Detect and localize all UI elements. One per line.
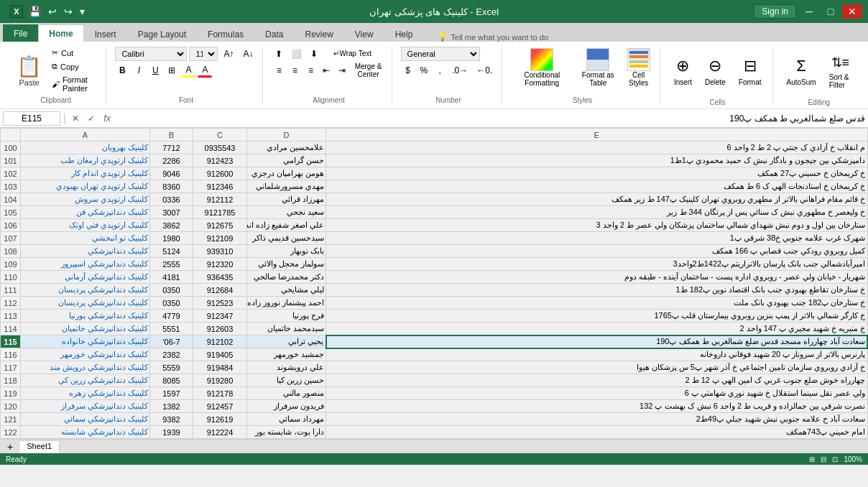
cell-c[interactable]: 912523	[193, 297, 247, 310]
cell-styles-button[interactable]: Cell Styles	[623, 47, 653, 88]
cell-b[interactable]: 1382	[150, 400, 193, 413]
merge-center-button[interactable]: Merge & Center	[351, 63, 385, 78]
increase-font-button[interactable]: A↑	[220, 47, 237, 61]
bold-button[interactable]: B	[115, 63, 129, 78]
format-button[interactable]: ⊟ Format	[734, 47, 767, 97]
corner-cell[interactable]	[1, 129, 21, 142]
cell-b[interactable]: 8085	[150, 374, 193, 387]
cell-b[interactable]: 7712	[150, 142, 193, 154]
cell-c[interactable]: 912684	[193, 284, 247, 297]
tab-help[interactable]: Help	[384, 26, 424, 42]
tab-insert[interactable]: Insert	[84, 26, 127, 42]
cell-d[interactable]: جمشید خورمهر	[247, 348, 326, 361]
cell-a[interactable]: کلینیک دندانپزشکي سمائي	[21, 413, 150, 426]
cell-e[interactable]: چهارراه خوش ضلع جنوب غربي ک امین الهي پ …	[326, 374, 868, 387]
cell-e[interactable]: خ کارگر شمالي بالاتر از پمپ بنزین روبروي…	[326, 310, 868, 323]
cell-b[interactable]: 1980	[150, 232, 193, 245]
cell-e[interactable]: ولي عصر نقل سینما استقلال خ شهید نوري شه…	[326, 387, 868, 400]
cell-a[interactable]: کلینیک دندانپزشکي درویش مند	[21, 361, 150, 374]
cell-c[interactable]: 912457	[193, 400, 247, 413]
row-number[interactable]: 106	[1, 219, 21, 232]
cell-e[interactable]: خ آزادي روبروي سازمان تامین اجتماعي خ آذ…	[326, 361, 868, 374]
cell-b[interactable]: 2555	[150, 258, 193, 271]
row-number[interactable]: 110	[1, 271, 21, 284]
cell-a[interactable]: کلینیک تو انبخشي	[21, 232, 150, 245]
cell-a[interactable]: کلینیک دندانپزشکي خورمهر	[21, 348, 150, 361]
cell-d[interactable]: لیلي مشایخي	[247, 284, 326, 297]
decrease-indent-button[interactable]: ⇤	[319, 63, 333, 78]
zoom-slider[interactable]: 100%	[844, 455, 862, 463]
formula-input[interactable]	[116, 113, 865, 124]
cell-d[interactable]: دارا بوت، شابسته بور	[247, 426, 326, 439]
row-number[interactable]: 102	[1, 167, 21, 180]
increase-indent-button[interactable]: ⇥	[335, 63, 349, 78]
cell-a[interactable]: کلینیک ارتوپدي سروش	[21, 193, 150, 206]
cell-c[interactable]: 912102	[193, 335, 247, 348]
cell-b[interactable]: 4779	[150, 310, 193, 323]
cell-e[interactable]: امام خمیني پ743همکف	[326, 426, 868, 439]
cell-c[interactable]: 912600	[193, 167, 247, 180]
cell-c[interactable]: 912423	[193, 154, 247, 167]
cell-b[interactable]: '06-7	[150, 335, 193, 348]
tab-home[interactable]: Home	[38, 24, 83, 42]
tab-review[interactable]: Review	[294, 26, 343, 42]
right-align-button[interactable]: ≡	[303, 63, 318, 78]
cell-a[interactable]: کلینیک دندانپزشکي زرین کي	[21, 374, 150, 387]
comma-button[interactable]: ,	[433, 63, 447, 78]
cancel-edit-button[interactable]: ✕	[69, 113, 82, 124]
tab-data[interactable]: Data	[254, 26, 294, 42]
save-button[interactable]: 💾	[27, 4, 42, 19]
row-number[interactable]: 120	[1, 400, 21, 413]
cell-e[interactable]: دامپزشکي بين جیجون و بادگار نبش ک حمید م…	[326, 154, 868, 167]
cell-b[interactable]: 3007	[150, 206, 193, 219]
view-layout-icon[interactable]: ⊟	[821, 455, 826, 463]
row-number[interactable]: 112	[1, 297, 21, 310]
cell-a[interactable]: کلینیک دندانپزشکي پردیسان	[21, 284, 150, 297]
row-number[interactable]: 111	[1, 284, 21, 297]
cell-e[interactable]: خ قائم مقام فراهاني بالاتر از مطهري روبر…	[326, 193, 868, 206]
copy-button[interactable]: ⧉ Copy	[48, 60, 100, 73]
cell-e[interactable]: خ وليعصر خ مطهوري نبش ک سنائي پس از پرتگ…	[326, 206, 868, 219]
currency-button[interactable]: $	[401, 63, 415, 78]
row-number[interactable]: 117	[1, 361, 21, 374]
cell-b[interactable]: 5551	[150, 323, 193, 335]
cell-d[interactable]: سیدمحمد خاتمیان	[247, 323, 326, 335]
cell-d[interactable]: علي اصغر شفیع زاده اندیبیلي	[247, 219, 326, 232]
row-number[interactable]: 108	[1, 245, 21, 258]
cell-c[interactable]: 912603	[193, 323, 247, 335]
cell-b[interactable]: 9046	[150, 167, 193, 180]
minimize-button[interactable]: ─	[799, 4, 819, 19]
cell-b[interactable]: 1597	[150, 387, 193, 400]
row-number[interactable]: 104	[1, 193, 21, 206]
col-header-a[interactable]: A	[21, 129, 150, 142]
cell-a[interactable]: کلینیک دندانپزشکي اسپیرور	[21, 258, 150, 271]
row-number[interactable]: 119	[1, 387, 21, 400]
cell-d[interactable]: فریدون سرفراز	[247, 400, 326, 413]
cell-reference-box[interactable]	[3, 111, 60, 126]
row-number[interactable]: 105	[1, 206, 21, 219]
cell-c[interactable]: 912109	[193, 232, 247, 245]
cell-a[interactable]: کلینیک دندانپزشکي پورنیا	[21, 310, 150, 323]
row-number[interactable]: 113	[1, 310, 21, 323]
tab-page-layout[interactable]: Page Layout	[127, 26, 197, 42]
cell-d[interactable]: بابک نوبهار	[247, 245, 326, 258]
cell-b[interactable]: 0336	[150, 193, 193, 206]
cell-c[interactable]: 912619	[193, 413, 247, 426]
cell-e[interactable]: ستارخان بين اول و دوم نبش شهداي شمالي سا…	[326, 219, 868, 232]
cell-b[interactable]: 2286	[150, 154, 193, 167]
row-number[interactable]: 118	[1, 374, 21, 387]
col-header-e[interactable]: E	[326, 129, 868, 142]
row-number[interactable]: 114	[1, 323, 21, 335]
font-name-dropdown[interactable]: Calibri	[115, 47, 187, 61]
cell-d[interactable]: دکتر محمدرضا صالحي	[247, 271, 326, 284]
cell-a[interactable]: کلینیک دندانپزشکي	[21, 245, 150, 258]
row-number[interactable]: 121	[1, 413, 21, 426]
cell-d[interactable]: احمد پیشنماز نوروز زاده	[247, 297, 326, 310]
cell-d[interactable]: حسن گرامي	[247, 154, 326, 167]
cell-e[interactable]: خ کریمخان خ استادنجات الهي ک 6 ط همکف	[326, 180, 868, 193]
format-as-table-button[interactable]: Format as Table	[576, 47, 620, 88]
cell-c[interactable]: 919280	[193, 374, 247, 387]
maximize-button[interactable]: □	[821, 4, 841, 19]
cell-b[interactable]: 1939	[150, 426, 193, 439]
cell-e[interactable]: شهرک غرب علامه جنوبي خ38 شرقي پ1	[326, 232, 868, 245]
